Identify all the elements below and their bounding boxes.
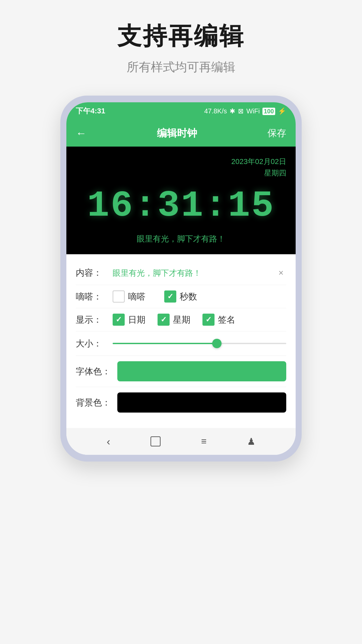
signal-icon: ⊠	[238, 107, 244, 115]
date-checkbox-item[interactable]: 日期	[113, 314, 145, 326]
clock-preview: 2023年02月02日 星期四 16:31:15 眼里有光，脚下才有路！	[66, 147, 296, 254]
phone-frame: 下午4:31 47.8K/s ✱ ⊠ WiFi 100 ⚡ ← 编辑时钟 保存 …	[60, 96, 302, 462]
status-time: 下午4:31	[76, 106, 105, 116]
seconds-label-text: 秒数	[180, 291, 197, 303]
page-title: 支持再编辑	[117, 20, 245, 52]
date-label-text: 日期	[128, 314, 145, 326]
signature-checkbox[interactable]	[202, 314, 215, 326]
charge-icon: ⚡	[278, 107, 286, 115]
wifi-icon: WiFi	[246, 107, 260, 115]
phone-inner: 下午4:31 47.8K/s ✱ ⊠ WiFi 100 ⚡ ← 编辑时钟 保存 …	[66, 102, 296, 455]
clock-date: 2023年02月02日	[231, 157, 286, 167]
nav-menu-button[interactable]: ≡	[201, 436, 206, 447]
clear-button[interactable]: ×	[276, 266, 286, 279]
signature-checkbox-item[interactable]: 签名	[202, 314, 235, 326]
page-subtitle: 所有样式均可再编辑	[127, 59, 235, 75]
battery-icon: 100	[262, 107, 275, 115]
weekday-checkbox[interactable]	[158, 314, 170, 326]
slider-track	[113, 343, 286, 344]
nav-app-button[interactable]: ♟	[247, 436, 255, 447]
content-label: 内容：	[76, 267, 106, 279]
ticking-row: 嘀嗒： 嘀嗒 秒数	[76, 285, 286, 308]
slider-fill	[113, 343, 217, 344]
app-bar: ← 编辑时钟 保存	[66, 120, 296, 147]
ticking-checkbox-item[interactable]: 嘀嗒	[113, 290, 145, 303]
bg-color-row: 背景色：	[76, 387, 286, 418]
font-color-label: 字体色：	[76, 366, 111, 377]
content-input[interactable]: 眼里有光，脚下才有路！ ×	[113, 266, 286, 279]
content-value: 眼里有光，脚下才有路！	[113, 268, 273, 278]
weekday-label-text: 星期	[173, 314, 190, 326]
size-slider[interactable]	[113, 337, 286, 350]
date-checkbox[interactable]	[113, 314, 125, 326]
ticking-content: 嘀嗒 秒数	[113, 290, 286, 303]
settings-panel: 内容： 眼里有光，脚下才有路！ × 嘀嗒： 嘀嗒 秒数	[66, 254, 296, 428]
status-bar: 下午4:31 47.8K/s ✱ ⊠ WiFi 100 ⚡	[66, 102, 296, 120]
bg-color-label: 背景色：	[76, 397, 111, 409]
ticking-label-text: 嘀嗒	[128, 291, 145, 303]
back-button[interactable]: ←	[76, 127, 86, 140]
ticking-label: 嘀嗒：	[76, 291, 106, 303]
slider-thumb[interactable]	[212, 339, 222, 348]
clock-time: 16:31:15	[76, 185, 286, 227]
seconds-checkbox-item[interactable]: 秒数	[164, 290, 197, 303]
size-label: 大小：	[76, 338, 106, 350]
font-color-block[interactable]	[117, 361, 286, 381]
bg-color-block[interactable]	[117, 392, 286, 413]
status-right: 47.8K/s ✱ ⊠ WiFi 100 ⚡	[204, 107, 286, 115]
weekday-checkbox-item[interactable]: 星期	[158, 314, 190, 326]
display-content: 日期 星期 签名	[113, 314, 286, 326]
app-bar-title: 编辑时钟	[157, 126, 197, 140]
phone-bottom-nav: ‹ ≡ ♟	[66, 428, 296, 455]
font-color-row: 字体色：	[76, 356, 286, 387]
signature-label-text: 签名	[218, 314, 235, 326]
nav-home-button[interactable]	[150, 436, 161, 446]
seconds-checkbox[interactable]	[164, 290, 176, 303]
network-speed: 47.8K/s	[204, 107, 227, 115]
clock-weekday: 星期四	[231, 168, 286, 178]
nav-back-button[interactable]: ‹	[107, 435, 110, 448]
save-button[interactable]: 保存	[267, 127, 286, 140]
display-label: 显示：	[76, 314, 106, 326]
clock-motto: 眼里有光，脚下才有路！	[76, 233, 286, 244]
clock-date-info: 2023年02月02日 星期四	[231, 157, 286, 178]
display-row: 显示： 日期 星期 签名	[76, 308, 286, 331]
content-row: 内容： 眼里有光，脚下才有路！ ×	[76, 261, 286, 285]
size-row: 大小：	[76, 331, 286, 356]
bluetooth-icon: ✱	[230, 107, 235, 115]
ticking-checkbox[interactable]	[113, 290, 125, 303]
